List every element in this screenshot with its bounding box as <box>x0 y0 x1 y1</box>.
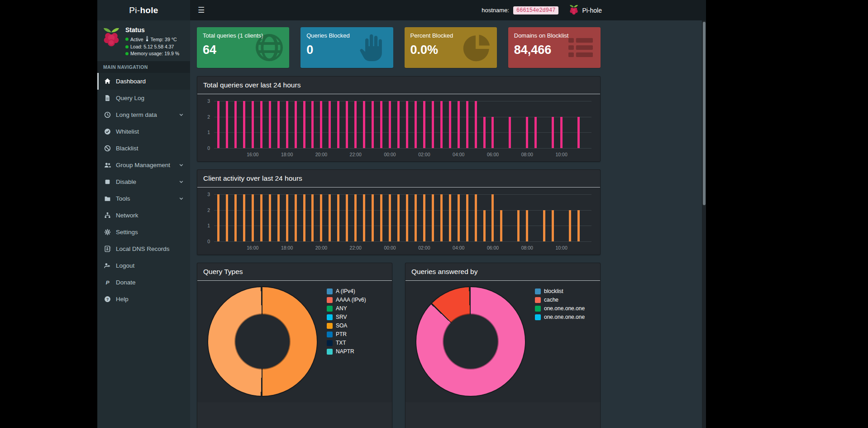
legend-label: TXT <box>336 340 346 346</box>
bar <box>320 101 322 148</box>
status-memory-line: Memory usage: 19.9 % <box>125 51 179 56</box>
bar <box>552 210 554 241</box>
sidebar-item-tools[interactable]: Tools <box>97 190 190 207</box>
bar-slot <box>557 101 566 148</box>
bar <box>252 194 254 241</box>
brand[interactable]: Pi-hole <box>569 4 602 17</box>
bar <box>560 117 563 148</box>
bar <box>475 194 477 241</box>
legend-item[interactable]: A (IPv4) <box>327 288 366 294</box>
legend-item[interactable]: blocklist <box>535 288 585 294</box>
legend-item[interactable]: cache <box>535 297 585 303</box>
sidebar-item-network[interactable]: Network <box>97 207 190 224</box>
bar-slot <box>480 101 489 148</box>
bar <box>303 194 305 241</box>
chevron-down-icon <box>179 179 184 184</box>
bar-slot <box>351 101 360 148</box>
legend-item[interactable]: one.one.one.one <box>535 314 585 320</box>
legend-item[interactable]: ANY <box>327 305 366 312</box>
bar-slot <box>223 194 231 241</box>
bar-slot <box>343 101 351 148</box>
legend-swatch <box>327 306 333 312</box>
legend-item[interactable]: SRV <box>327 314 366 320</box>
sidebar-item-settings[interactable]: Settings <box>97 224 190 240</box>
bar-slot <box>446 101 454 148</box>
bar <box>354 194 357 241</box>
bar-slot <box>223 101 231 148</box>
top-navbar: Pi-hole ☰ hostname: 666154e2d947 Pi-hole <box>97 0 706 20</box>
axis-tick-label: 00:00 <box>384 245 396 250</box>
sidebar-item-long-term-data[interactable]: Long term data <box>97 106 190 123</box>
bar-slot <box>334 101 343 148</box>
legend-item[interactable]: TXT <box>327 340 366 346</box>
scrollbar-thumb[interactable] <box>703 22 706 205</box>
legend-swatch <box>535 306 541 312</box>
window-scrollbar[interactable] <box>702 20 706 428</box>
sidebar-item-query-log[interactable]: Query Log <box>97 90 190 106</box>
bar-slot <box>446 194 454 241</box>
legend-item[interactable]: PTR <box>327 331 366 337</box>
sidebar-item-group-management[interactable]: Group Management <box>97 157 190 173</box>
sidebar-item-whitelist[interactable]: Whitelist <box>97 123 190 140</box>
query-types-panel: Query Types A (IPv4)AAAA (IPv6)ANYSRVSOA… <box>197 263 392 428</box>
clock-icon <box>104 111 111 118</box>
legend-swatch <box>535 289 541 294</box>
sidebar-toggle-button[interactable]: ☰ <box>190 0 212 20</box>
axis-tick-label: 10:00 <box>556 152 568 157</box>
bar-slot <box>394 194 403 241</box>
screen: Pi-hole ☰ hostname: 666154e2d947 Pi-hole <box>0 0 868 428</box>
bar-slot <box>472 101 480 148</box>
legend-label: AAAA (IPv6) <box>336 297 366 303</box>
bar-slot <box>489 194 497 241</box>
x-axis: 16:0018:0020:0022:0000:0002:0004:0006:00… <box>214 150 591 158</box>
bar <box>458 101 460 148</box>
bar-slot <box>420 194 429 241</box>
bar <box>252 101 254 148</box>
bar-slot <box>480 194 489 241</box>
axis-tick-label: 3 <box>207 192 210 197</box>
queries-answered-panel-header: Queries answered by <box>405 263 600 281</box>
legend-item[interactable]: NAPTR <box>327 348 366 355</box>
sidebar-item-logout[interactable]: Logout <box>97 257 190 274</box>
bar-slot <box>523 101 531 148</box>
bar <box>397 194 400 241</box>
bar <box>483 117 486 148</box>
sidebar-item-dashboard[interactable]: Dashboard <box>97 73 190 90</box>
legend-swatch <box>327 349 333 355</box>
bar <box>311 194 314 241</box>
bar <box>449 194 451 241</box>
axis-tick-label: 22:00 <box>350 152 362 157</box>
axis-tick-label: 08:00 <box>521 245 533 250</box>
legend-item[interactable]: one.one.one.one <box>535 305 585 312</box>
app-logo[interactable]: Pi-hole <box>97 0 190 20</box>
queries-answered-panel: Queries answered by blocklistcacheone.on… <box>405 263 601 428</box>
bar-slot <box>240 101 248 148</box>
bar-slot <box>360 101 368 148</box>
bar <box>449 101 451 148</box>
sidebar-item-blacklist[interactable]: Blacklist <box>97 140 190 157</box>
bar-slot <box>411 194 420 241</box>
legend-label: blocklist <box>544 288 563 294</box>
bar-slot <box>540 101 548 148</box>
bar <box>415 194 417 241</box>
sidebar-item-label: Local DNS Records <box>116 245 170 252</box>
bar-slot <box>377 101 386 148</box>
sidebar-item-disable[interactable]: Disable <box>97 173 190 190</box>
sidebar-item-label: Whitelist <box>116 128 139 135</box>
legend-item[interactable]: AAAA (IPv6) <box>327 297 366 303</box>
sidebar-item-donate[interactable]: PDonate <box>97 274 190 291</box>
status-load-line: Load: 5.12 5.58 4.37 <box>125 44 179 49</box>
hostname-badge: 666154e2d947 <box>513 6 558 14</box>
client-activity-panel: Client activity over last 24 hours 01231… <box>197 169 601 255</box>
axis-tick-label: 18:00 <box>281 245 293 250</box>
query-types-donut-chart <box>208 287 317 396</box>
legend-item[interactable]: SOA <box>327 322 366 329</box>
bar-slot <box>523 194 531 241</box>
sidebar-item-help[interactable]: ?Help <box>97 291 190 308</box>
bar <box>389 194 391 241</box>
sidebar-item-label: Settings <box>116 229 138 236</box>
status-title: Status <box>125 26 179 34</box>
status-memory-label: Memory usage: 19.9 % <box>130 51 179 56</box>
sidebar-item-local-dns-records[interactable]: Local DNS Records <box>97 240 190 257</box>
bar <box>466 194 468 241</box>
